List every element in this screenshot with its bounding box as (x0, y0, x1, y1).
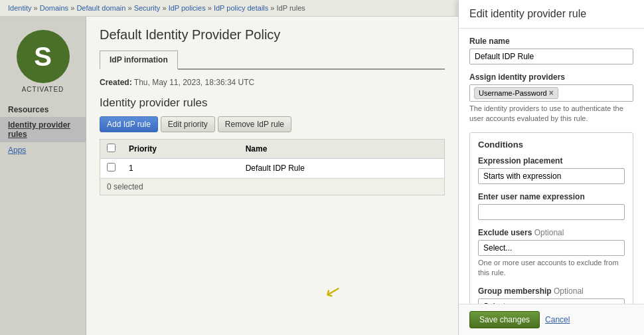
expression-placement-field-group: Expression placement Starts with express… (478, 156, 625, 184)
idp-rules-table-container: Priority Name 1 Default IDP Rule (100, 139, 445, 195)
right-panel-body: Rule name Assign identity providers User… (459, 29, 644, 304)
avatar-status: ACTIVATED (22, 86, 64, 93)
breadcrumb-idp-rules: IdP rules (277, 4, 305, 12)
selected-count: 0 selected (100, 178, 444, 195)
tabs: IdP information (100, 51, 445, 70)
sidebar: S ACTIVATED Resources Identity provider … (0, 17, 86, 335)
main-content: Default Identity Provider Policy IdP inf… (86, 17, 458, 335)
priority-column-header: Priority (122, 140, 239, 159)
avatar-section: S ACTIVATED (0, 23, 86, 100)
idp-rules-section-title: Identity provider rules (100, 96, 445, 110)
select-all-checkbox[interactable] (107, 144, 116, 152)
right-panel: Edit identity provider rule Rule name As… (458, 0, 644, 335)
group-membership-label: Group membership Optional (478, 286, 625, 296)
right-panel-footer: Save changes Cancel (459, 304, 644, 335)
breadcrumb-security[interactable]: Security (134, 4, 161, 12)
assign-idp-label: Assign identity providers (469, 72, 633, 82)
rule-name-field-group: Rule name (469, 37, 633, 64)
remove-idp-rule-button[interactable]: Remove IdP rule (218, 116, 291, 132)
rule-name-input[interactable] (469, 49, 633, 64)
exclude-users-label: Exclude users Optional (478, 228, 625, 237)
edit-priority-button[interactable]: Edit priority (161, 116, 215, 132)
row-checkbox[interactable] (107, 163, 116, 171)
exclude-users-select[interactable]: Select... (478, 240, 625, 256)
group-membership-field-group: Group membership Optional Select... Grou… (478, 286, 625, 304)
idp-rules-buttons: Add IdP rule Edit priority Remove IdP ru… (100, 116, 445, 132)
conditions-box: Conditions Expression placement Starts w… (469, 132, 633, 304)
breadcrumb: Identity » Domains » Default domain » Se… (0, 0, 458, 17)
add-idp-rule-button[interactable]: Add IdP rule (100, 116, 158, 132)
priority-cell: 1 (122, 159, 239, 178)
username-password-tag: Username-Password × (474, 87, 558, 99)
tab-idp-information[interactable]: IdP information (100, 51, 178, 70)
right-panel-title: Edit identity provider rule (469, 8, 633, 20)
expression-placement-select[interactable]: Starts with expression Ends with express… (478, 168, 625, 184)
expression-field-group: Enter user name expression (478, 192, 625, 220)
breadcrumb-domains[interactable]: Domains (40, 4, 68, 12)
row-checkbox-cell (100, 159, 122, 178)
group-membership-select[interactable]: Select... (478, 298, 625, 304)
cancel-button[interactable]: Cancel (545, 315, 570, 324)
breadcrumb-idp-policies[interactable]: IdP policies (169, 4, 206, 12)
exclude-users-hint: One or more user accounts to exclude fro… (478, 258, 625, 279)
rule-name-label: Rule name (469, 37, 633, 46)
exclude-users-field-group: Exclude users Optional Select... One or … (478, 228, 625, 279)
assign-idp-tag-input[interactable]: Username-Password × (469, 84, 633, 102)
name-column-header: Name (239, 140, 444, 159)
breadcrumb-idp-policy-details[interactable]: IdP policy details (214, 4, 268, 12)
idp-rules-table: Priority Name 1 Default IDP Rule (100, 140, 444, 178)
expression-label: Enter user name expression (478, 192, 625, 201)
expression-placement-label: Expression placement (478, 156, 625, 166)
expression-input[interactable] (478, 204, 625, 220)
avatar: S (17, 30, 70, 83)
sidebar-item-apps[interactable]: Apps (0, 142, 86, 158)
table-row: 1 Default IDP Rule (100, 159, 444, 178)
conditions-title: Conditions (478, 140, 625, 150)
breadcrumb-identity[interactable]: Identity (8, 4, 31, 12)
sidebar-item-identity-provider-rules[interactable]: Identity provider rules (0, 117, 86, 142)
assign-idp-field-group: Assign identity providers Username-Passw… (469, 72, 633, 124)
resources-label: Resources (0, 100, 86, 117)
remove-tag-button[interactable]: × (549, 88, 554, 98)
breadcrumb-default-domain[interactable]: Default domain (76, 4, 125, 12)
created-info: Created: Thu, May 11, 2023, 18:36:34 UTC (100, 78, 445, 87)
cursor-arrow-decoration: ↙ (323, 279, 343, 304)
assign-idp-hint: The identity providers to use to authent… (469, 104, 633, 124)
save-changes-button[interactable]: Save changes (469, 311, 540, 328)
name-cell: Default IDP Rule (239, 159, 444, 178)
select-all-header (100, 140, 122, 159)
page-title: Default Identity Provider Policy (100, 27, 445, 43)
right-panel-header: Edit identity provider rule (459, 0, 644, 29)
